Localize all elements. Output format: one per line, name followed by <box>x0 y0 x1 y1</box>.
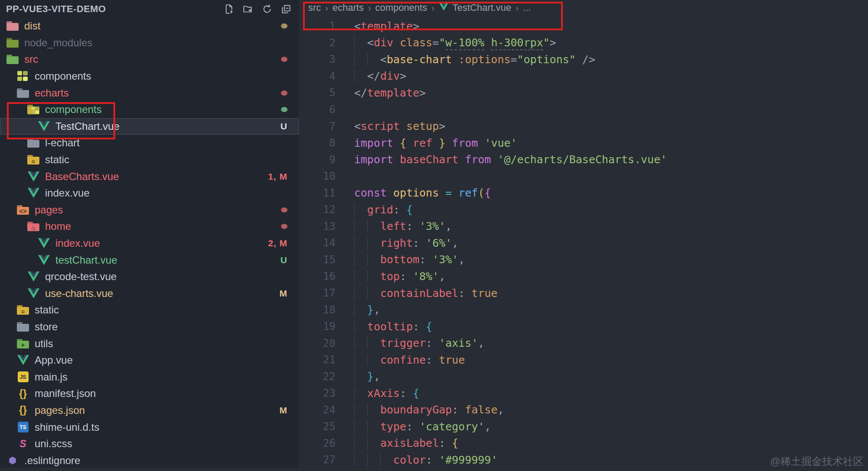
code-line-3[interactable]: 3 <base-chart :options="options" /> <box>299 51 868 68</box>
line-number[interactable]: 4 <box>299 70 336 82</box>
line-number[interactable]: 1 <box>299 20 336 32</box>
tree-item-dist[interactable]: dist <box>0 18 299 35</box>
code-line-19[interactable]: 19 tooltip: { <box>299 318 868 335</box>
line-number[interactable]: 23 <box>299 387 336 399</box>
tree-item-use-charts.vue[interactable]: use-charts.vueM <box>0 285 299 302</box>
code-area[interactable]: 1<template>2 <div class="w-100% h-300rpx… <box>299 18 868 468</box>
code-line-7[interactable]: 7<script setup> <box>299 118 868 135</box>
code-line-11[interactable]: 11const options = ref({ <box>299 184 868 201</box>
code-line-21[interactable]: 21 confine: true <box>299 352 868 368</box>
breadcrumb-item-TestChart.vue[interactable]: TestChart.vue <box>439 2 511 13</box>
line-number[interactable]: 2 <box>299 37 336 49</box>
code-line-26[interactable]: 26 axisLabel: { <box>299 435 868 452</box>
tree-item-node-modules[interactable]: node_modules <box>0 35 299 52</box>
line-number[interactable]: 18 <box>299 304 336 316</box>
tree-item-static[interactable]: ≡static <box>0 302 299 319</box>
tree-item-manifest.json[interactable]: {}manifest.json <box>0 385 299 402</box>
line-number[interactable]: 16 <box>299 270 336 282</box>
code-line-9[interactable]: 9import baseChart from '@/echarts/BaseCh… <box>299 151 868 168</box>
line-number[interactable]: 17 <box>299 287 336 299</box>
code-line-12[interactable]: 12 grid: { <box>299 201 868 218</box>
line-number[interactable]: 3 <box>299 53 336 65</box>
tree-item-pages.json[interactable]: {}pages.jsonM <box>0 402 299 419</box>
tree-item-qrcode-test.vue[interactable]: qrcode-test.vue <box>0 268 299 285</box>
code-line-content: import { ref } from 'vue' <box>354 137 517 149</box>
code-line-10[interactable]: 10 <box>299 168 868 185</box>
tree-item-components[interactable]: components <box>0 101 299 118</box>
code-line-24[interactable]: 24 boundaryGap: false, <box>299 402 868 419</box>
tree-item-home[interactable]: ⌂home <box>0 218 299 235</box>
tree-item-shime-uni.d.ts[interactable]: TSshime-uni.d.ts <box>0 419 299 436</box>
breadcrumb-item-echarts[interactable]: echarts <box>332 2 364 13</box>
code-line-content: </div> <box>354 70 406 82</box>
code-line-18[interactable]: 18 }, <box>299 301 868 318</box>
code-line-17[interactable]: 17 containLabel: true <box>299 285 868 302</box>
tree-item-src[interactable]: src <box>0 51 299 68</box>
breadcrumb-item-...[interactable]: ... <box>523 2 531 13</box>
line-number[interactable]: 22 <box>299 371 336 383</box>
code-line-14[interactable]: 14 right: '6%', <box>299 235 868 252</box>
code-line-25[interactable]: 25 type: 'category', <box>299 418 868 435</box>
vue-icon <box>37 238 50 249</box>
line-number[interactable]: 25 <box>299 420 336 432</box>
line-number[interactable]: 10 <box>299 170 336 182</box>
tree-item-main.js[interactable]: JSmain.js <box>0 368 299 385</box>
tree-item-pages[interactable]: <>pages <box>0 202 299 219</box>
line-number[interactable]: 26 <box>299 437 336 449</box>
collapse-folders-icon[interactable] <box>280 3 293 16</box>
git-status-badge: U <box>281 255 287 265</box>
code-line-5[interactable]: 5</template> <box>299 84 868 101</box>
tree-item-label: use-charts.vue <box>45 287 113 300</box>
breadcrumb-item-components[interactable]: components <box>375 2 427 13</box>
vue-icon <box>27 171 40 182</box>
line-number[interactable]: 5 <box>299 87 336 99</box>
line-number[interactable]: 20 <box>299 337 336 349</box>
tree-item-index.vue[interactable]: index.vue <box>0 185 299 202</box>
line-number[interactable]: 12 <box>299 203 336 216</box>
tree-item-label: dist <box>24 20 40 32</box>
tree-item-static[interactable]: ≡static <box>0 152 299 168</box>
code-line-1[interactable]: 1<template> <box>299 18 868 35</box>
line-number[interactable]: 14 <box>299 237 336 249</box>
code-line-16[interactable]: 16 top: '8%', <box>299 268 868 285</box>
code-line-4[interactable]: 4 </div> <box>299 68 868 85</box>
line-number[interactable]: 11 <box>299 187 336 199</box>
editor-pane[interactable]: src›echarts›components›TestChart.vue›...… <box>299 0 868 471</box>
code-line-13[interactable]: 13 left: '3%', <box>299 218 868 235</box>
tree-item-TestChart.vue[interactable]: TestChart.vueU <box>0 118 299 135</box>
refresh-icon[interactable] <box>261 3 274 16</box>
line-number[interactable]: 7 <box>299 120 336 132</box>
tree-item-App.vue[interactable]: App.vue <box>0 352 299 369</box>
tree-item-l-echart[interactable]: l-echart <box>0 135 299 152</box>
code-line-20[interactable]: 20 trigger: 'axis', <box>299 335 868 352</box>
code-line-15[interactable]: 15 bottom: '3%', <box>299 252 868 268</box>
line-number[interactable]: 8 <box>299 137 336 149</box>
tree-item-store[interactable]: store <box>0 319 299 336</box>
line-number[interactable]: 19 <box>299 320 336 332</box>
new-file-icon[interactable] <box>223 3 236 16</box>
code-line-23[interactable]: 23 xAxis: { <box>299 385 868 402</box>
tree-item-utils[interactable]: +utils <box>0 335 299 352</box>
tree-item-.eslintignore[interactable]: .eslintignore <box>0 452 299 469</box>
line-number[interactable]: 15 <box>299 254 336 266</box>
code-line-22[interactable]: 22 }, <box>299 368 868 385</box>
tree-item-label: App.vue <box>35 354 73 366</box>
line-number[interactable]: 27 <box>299 454 336 466</box>
breadcrumb-item-src[interactable]: src <box>308 2 321 13</box>
new-folder-icon[interactable] <box>242 3 255 16</box>
tree-item-components[interactable]: components <box>0 68 299 85</box>
tree-item-index.vue[interactable]: index.vue2, M <box>0 235 299 252</box>
code-line-6[interactable]: 6 <box>299 101 868 118</box>
line-number[interactable]: 21 <box>299 354 336 366</box>
tree-item-echarts[interactable]: echarts <box>0 84 299 101</box>
tree-item-testChart.vue[interactable]: testChart.vueU <box>0 252 299 268</box>
line-number[interactable]: 24 <box>299 404 336 416</box>
code-line-8[interactable]: 8import { ref } from 'vue' <box>299 135 868 152</box>
folder-icon <box>16 321 29 332</box>
code-line-2[interactable]: 2 <div class="w-100% h-300rpx"> <box>299 35 868 52</box>
line-number[interactable]: 13 <box>299 220 336 232</box>
tree-item-uni.scss[interactable]: Suni.scss <box>0 436 299 452</box>
line-number[interactable]: 9 <box>299 154 336 166</box>
tree-item-BaseCharts.vue[interactable]: BaseCharts.vue1, M <box>0 168 299 185</box>
line-number[interactable]: 6 <box>299 103 336 116</box>
